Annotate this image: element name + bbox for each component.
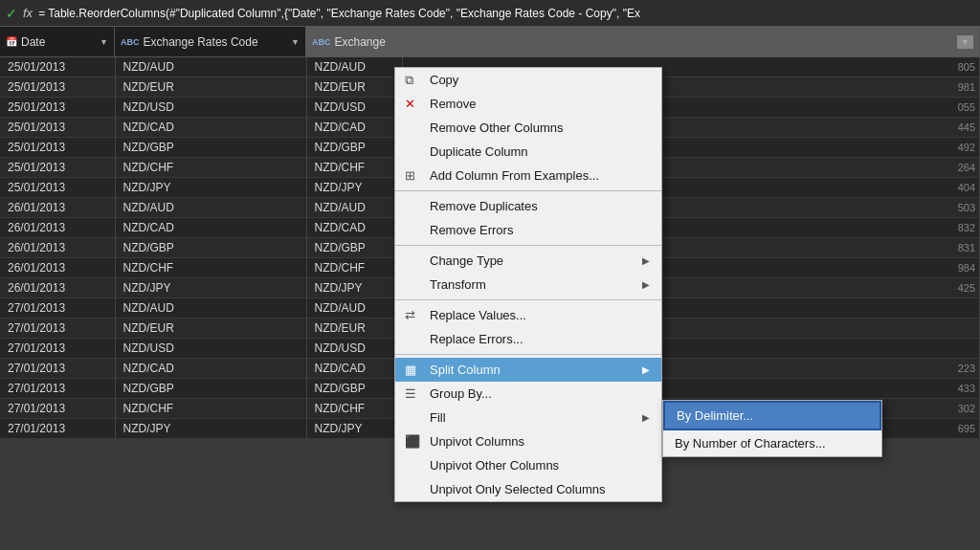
cell-date: 25/01/2013 bbox=[0, 138, 115, 158]
cell-copy: NZD/AUD bbox=[306, 298, 402, 319]
cell-date: 27/01/2013 bbox=[0, 339, 115, 359]
group-icon: ☰ bbox=[405, 386, 416, 401]
cell-date: 27/01/2013 bbox=[0, 419, 115, 439]
col-header-exch[interactable]: ABC Exchange Rates Code ▼ bbox=[115, 27, 306, 56]
cell-code: NZD/JPY bbox=[115, 278, 306, 298]
col-header-date-dropdown[interactable]: ▼ bbox=[100, 37, 108, 47]
split-column-submenu: By Delimiter...By Number of Characters..… bbox=[662, 400, 882, 457]
cell-copy: NZD/GBP bbox=[306, 238, 402, 258]
cell-date: 27/01/2013 bbox=[0, 298, 115, 319]
menu-label: Copy bbox=[430, 73, 458, 87]
date-type-icon: 📅 bbox=[6, 36, 17, 47]
submenu-label: By Delimiter... bbox=[677, 408, 753, 423]
cell-copy: NZD/USD bbox=[306, 339, 402, 359]
cell-date: 25/01/2013 bbox=[0, 77, 115, 98]
cell-code: NZD/EUR bbox=[115, 77, 306, 98]
cell-copy: NZD/JPY bbox=[306, 278, 402, 298]
cell-date: 27/01/2013 bbox=[0, 359, 115, 379]
cell-code: NZD/CHF bbox=[115, 158, 306, 178]
cell-copy: NZD/JPY bbox=[306, 419, 402, 439]
cell-copy: NZD/CHF bbox=[306, 158, 402, 178]
menu-label: Add Column From Examples... bbox=[430, 168, 599, 183]
menu-item-remove-other-columns[interactable]: Remove Other Columns bbox=[395, 116, 661, 140]
cell-code: NZD/AUD bbox=[115, 198, 306, 218]
menu-label: Fill bbox=[430, 410, 446, 425]
formula-text: = Table.ReorderColumns(#"Duplicated Colu… bbox=[38, 7, 974, 20]
cell-date: 25/01/2013 bbox=[0, 118, 115, 138]
menu-label: Remove Duplicates bbox=[430, 199, 538, 213]
menu-item-remove[interactable]: ✕Remove bbox=[395, 92, 661, 116]
grid-body: 25/01/2013 NZD/AUD NZD/AUD 805 25/01/201… bbox=[0, 57, 980, 550]
menu-label: Unpivot Columns bbox=[430, 434, 524, 449]
exch2-type-icon: ABC bbox=[312, 37, 331, 47]
menu-item-remove-errors[interactable]: Remove Errors bbox=[395, 218, 661, 242]
menu-item-remove-duplicates[interactable]: Remove Duplicates bbox=[395, 194, 661, 218]
cell-code: NZD/GBP bbox=[115, 238, 306, 258]
submenu-label: By Number of Characters... bbox=[675, 436, 826, 451]
cell-code: NZD/CHF bbox=[115, 258, 306, 278]
cell-date: 26/01/2013 bbox=[0, 258, 115, 278]
menu-item-add-column-from-examples[interactable]: ⊞Add Column From Examples... bbox=[395, 164, 661, 187]
submenu-arrow: ▶ bbox=[642, 364, 650, 375]
menu-label: Duplicate Column bbox=[430, 144, 528, 159]
replace-icon: ⇄ bbox=[405, 308, 415, 322]
col-header-exch-dropdown[interactable]: ▼ bbox=[291, 37, 300, 47]
menu-item-change-type[interactable]: Change Type▶ bbox=[395, 249, 661, 273]
cell-date: 26/01/2013 bbox=[0, 198, 115, 218]
submenu-item-by-delimiter[interactable]: By Delimiter... bbox=[663, 401, 881, 430]
cell-copy: NZD/GBP bbox=[306, 379, 402, 399]
menu-item-split-column[interactable]: ▦Split Column▶ bbox=[395, 358, 661, 382]
menu-label: Group By... bbox=[430, 386, 492, 401]
col-header-exch-label: Exchange Rates Code bbox=[144, 35, 258, 49]
cell-copy: NZD/GBP bbox=[306, 138, 402, 158]
cell-code: NZD/AUD bbox=[115, 298, 306, 319]
grid-header: 📅 Date ▼ ABC Exchange Rates Code ▼ ABC E… bbox=[0, 27, 980, 57]
cell-date: 27/01/2013 bbox=[0, 319, 115, 339]
col-header-exch2-dropdown[interactable]: ▼ bbox=[957, 35, 973, 49]
cell-copy: NZD/CAD bbox=[306, 359, 402, 379]
col-header-date-label: Date bbox=[21, 35, 45, 49]
col-header-exch2-label: Exchange bbox=[335, 35, 386, 49]
cell-date: 25/01/2013 bbox=[0, 178, 115, 198]
menu-item-replace-errors[interactable]: Replace Errors... bbox=[395, 327, 661, 351]
submenu-item-by-number-of-characters[interactable]: By Number of Characters... bbox=[663, 430, 881, 456]
col-header-exch2[interactable]: ABC Exchange ▼ bbox=[306, 27, 980, 56]
cell-copy: NZD/CAD bbox=[306, 218, 402, 238]
cell-date: 25/01/2013 bbox=[0, 57, 115, 77]
menu-item-copy[interactable]: ⧉Copy bbox=[395, 68, 661, 92]
menu-item-replace-values[interactable]: ⇄Replace Values... bbox=[395, 303, 661, 327]
cell-copy: NZD/EUR bbox=[306, 319, 402, 339]
menu-item-unpivot-columns[interactable]: ⬛Unpivot Columns bbox=[395, 429, 661, 453]
menu-item-group-by[interactable]: ☰Group By... bbox=[395, 382, 661, 406]
split-icon: ▦ bbox=[405, 363, 416, 377]
formula-bar: ✓ fx = Table.ReorderColumns(#"Duplicated… bbox=[0, 0, 980, 27]
cell-copy: NZD/EUR bbox=[306, 77, 402, 98]
cell-code: NZD/CAD bbox=[115, 118, 306, 138]
menu-item-duplicate-column[interactable]: Duplicate Column bbox=[395, 140, 661, 164]
exch-type-icon: ABC bbox=[121, 37, 140, 47]
menu-item-fill[interactable]: Fill▶ bbox=[395, 406, 661, 429]
menu-item-unpivot-other-columns[interactable]: Unpivot Other Columns bbox=[395, 453, 661, 477]
unpivot-icon: ⬛ bbox=[405, 434, 420, 449]
menu-item-unpivot-only-selected[interactable]: Unpivot Only Selected Columns bbox=[395, 477, 661, 501]
menu-label: Unpivot Other Columns bbox=[430, 458, 559, 473]
col-header-date[interactable]: 📅 Date ▼ bbox=[0, 27, 115, 56]
cell-copy: NZD/USD bbox=[306, 98, 402, 118]
menu-separator bbox=[395, 299, 661, 300]
cell-code: NZD/CHF bbox=[115, 399, 306, 419]
menu-item-transform[interactable]: Transform▶ bbox=[395, 273, 661, 297]
cell-date: 25/01/2013 bbox=[0, 98, 115, 118]
fx-label: fx bbox=[23, 6, 33, 20]
menu-label: Remove bbox=[430, 97, 476, 111]
cell-copy: NZD/CAD bbox=[306, 118, 402, 138]
menu-separator bbox=[395, 190, 661, 191]
cell-code: NZD/GBP bbox=[115, 379, 306, 399]
cell-code: NZD/USD bbox=[115, 339, 306, 359]
confirm-icon[interactable]: ✓ bbox=[6, 6, 17, 21]
menu-separator bbox=[395, 354, 661, 355]
context-menu: ⧉Copy✕RemoveRemove Other ColumnsDuplicat… bbox=[394, 67, 662, 502]
cell-copy: NZD/AUD bbox=[306, 198, 402, 218]
menu-label: Transform bbox=[430, 277, 486, 292]
cell-code: NZD/CAD bbox=[115, 218, 306, 238]
copy-icon: ⧉ bbox=[405, 73, 413, 88]
